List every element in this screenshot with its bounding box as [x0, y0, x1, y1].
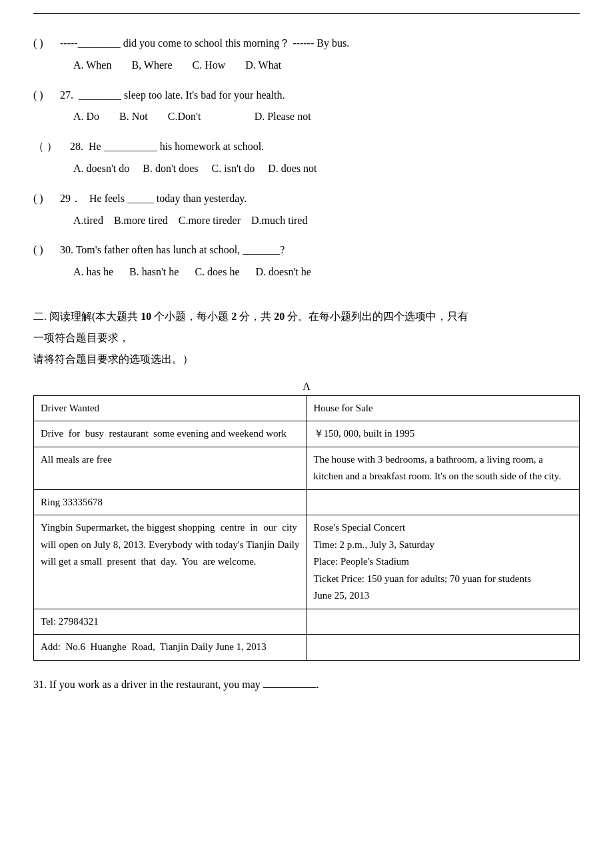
section-two-instruction: 请将符合题目要求的选项选出。）: [33, 349, 580, 370]
q30-paren: ( ): [33, 241, 60, 260]
q29-option-c: C.more tireder: [179, 211, 241, 231]
table-row: Yingbin Supermarket, the biggest shoppin…: [34, 515, 580, 609]
cell-driver-desc: Drive for busy restaurant some evening a…: [34, 421, 307, 447]
q27-options: A. Do B. Not C.Don't D. Please not: [73, 107, 580, 127]
cell-ring: Ring 33335678: [34, 489, 307, 515]
question-29: ( ) 29． He feels _____ today than yester…: [33, 189, 580, 235]
q28-num: 28.: [70, 141, 83, 152]
q26-paren: ( ): [33, 34, 60, 53]
q27-option-c: C.Don't: [168, 107, 235, 127]
section-two-header: 二. 阅读理解(本大题共 10 个小题，每小题 2 分，共 20 分。在每小题列…: [33, 306, 580, 370]
q30-option-d: D. doesn't he: [256, 263, 311, 282]
table-row: All meals are free The house with 3 bedr…: [34, 447, 580, 489]
question-26: ( ) -----________ did you come to school…: [33, 34, 580, 79]
cell-address: Add: No.6 Huanghe Road, Tianjin Daily Ju…: [34, 635, 307, 661]
q26-option-a: A. When: [73, 56, 111, 75]
q29-paren: ( ): [33, 189, 60, 209]
q30-option-b: B. hasn't he: [129, 263, 179, 282]
q28-text: 28. He __________ his homework at school…: [70, 137, 580, 157]
cell-concert-desc: Rose's Special Concert Time: 2 p.m., Jul…: [306, 515, 580, 609]
cell-concert-empty-2: [306, 635, 580, 661]
cell-tel: Tel: 27984321: [34, 609, 307, 635]
q30-options: A. has he B. hasn't he C. does he D. doe…: [73, 263, 580, 282]
passage-label-a: A: [33, 381, 580, 393]
q28-option-d: D. does not: [268, 159, 316, 179]
table-row: Add: No.6 Huanghe Road, Tianjin Daily Ju…: [34, 635, 580, 661]
q29-option-b: B.more tired: [114, 211, 168, 231]
cell-supermarket-desc: Yingbin Supermarket, the biggest shoppin…: [34, 515, 307, 609]
section-two-subtitle: 一项符合题目要求，: [33, 327, 580, 349]
q29-options: A.tired B.more tired C.more tireder D.mu…: [73, 211, 580, 231]
table-row: Drive for busy restaurant some evening a…: [34, 421, 580, 447]
q30-option-c: C. does he: [195, 263, 239, 282]
q30-num: 30.: [60, 244, 73, 255]
q28-options: A. doesn't do B. don't does C. isn't do …: [73, 159, 580, 179]
cell-house-price: ￥150, 000, built in 1995: [306, 421, 580, 447]
q29-text: 29． He feels _____ today than yesterday.: [60, 189, 580, 209]
q31-blank: [263, 676, 316, 688]
cell-driver-wanted-title: Driver Wanted: [34, 395, 307, 421]
q27-text: 27. ________ sleep too late. It's bad fo…: [60, 86, 580, 105]
q30-option-a: A. has he: [73, 263, 113, 282]
q28-paren: （ ）: [33, 137, 70, 157]
question-31: 31. If you work as a driver in the resta…: [33, 674, 580, 695]
cell-house-sale-title: House for Sale: [306, 395, 580, 421]
section-two-title: 二. 阅读理解(本大题共 10 个小题，每小题 2 分，共 20 分。在每小题列…: [33, 306, 580, 327]
q26-option-b: B, Where: [131, 56, 172, 75]
q28-option-b: B. don't does: [143, 159, 198, 179]
q28-option-c: C. isn't do: [212, 159, 255, 179]
question-28: （ ） 28. He __________ his homework at sc…: [33, 137, 580, 183]
table-row: Ring 33335678: [34, 489, 580, 515]
q29-option-a: A.tired: [73, 211, 103, 231]
question-27: ( ) 27. ________ sleep too late. It's ba…: [33, 86, 580, 131]
question-30: ( ) 30. Tom's father often has lunch at …: [33, 241, 580, 286]
q27-option-a: A. Do: [73, 107, 99, 127]
cell-house-empty-1: [306, 489, 580, 515]
q30-text: 30. Tom's father often has lunch at scho…: [60, 241, 580, 260]
cell-meals-free: All meals are free: [34, 447, 307, 489]
q28-option-a: A. doesn't do: [73, 159, 129, 179]
q29-num: 29．: [60, 193, 81, 204]
q26-option-c: C. How: [192, 56, 225, 75]
q27-option-b: B. Not: [119, 107, 148, 127]
table-row: Tel: 27984321: [34, 609, 580, 635]
q31-num: 31.: [33, 679, 47, 690]
q26-option-d: D. What: [245, 56, 281, 75]
q27-num: 27.: [60, 89, 73, 101]
q26-text: -----________ did you come to school thi…: [60, 34, 580, 53]
q26-options: A. When B, Where C. How D. What: [73, 56, 580, 75]
cell-concert-empty-1: [306, 609, 580, 635]
q27-option-d: D. Please not: [255, 107, 311, 127]
passage-table: Driver Wanted House for Sale Drive for b…: [33, 395, 580, 661]
q27-paren: ( ): [33, 86, 60, 105]
top-border: [33, 13, 580, 14]
cell-house-desc: The house with 3 bedrooms, a bathroom, a…: [306, 447, 580, 489]
questions-section: ( ) -----________ did you come to school…: [33, 34, 580, 286]
q29-option-d: D.much tired: [251, 211, 307, 231]
table-row: Driver Wanted House for Sale: [34, 395, 580, 421]
